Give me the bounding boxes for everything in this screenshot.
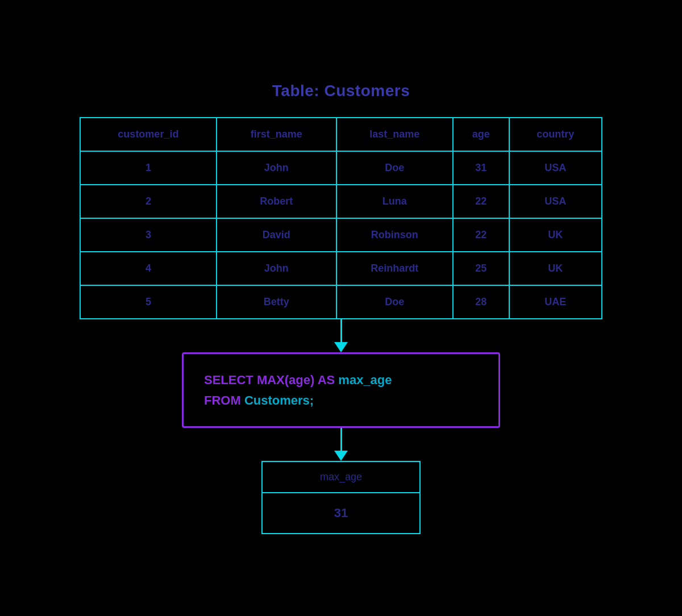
result-data-row: 31 <box>263 493 419 533</box>
table-row: 4JohnReinhardt25UK <box>81 252 601 285</box>
cell-age-5: 28 <box>453 285 509 318</box>
cell-customer_id-1: 1 <box>81 151 217 185</box>
col-header-age: age <box>453 118 509 151</box>
col-header-first-name: first_name <box>217 118 336 151</box>
arrow-head-2 <box>334 451 348 461</box>
arrow-head-1 <box>334 342 348 352</box>
arrow-line-2 <box>340 428 342 451</box>
cell-age-2: 22 <box>453 185 509 218</box>
cell-age-3: 22 <box>453 218 509 252</box>
cell-last_name-1: Doe <box>336 151 453 185</box>
cell-age-4: 25 <box>453 252 509 285</box>
col-header-country: country <box>509 118 601 151</box>
cell-first_name-4: John <box>217 252 336 285</box>
cell-country-2: USA <box>509 185 601 218</box>
cell-country-3: UK <box>509 218 601 252</box>
result-table-wrapper: max_age 31 <box>261 461 421 534</box>
sql-select-keyword: SELECT MAX(age) AS <box>204 373 335 387</box>
cell-first_name-2: Robert <box>217 185 336 218</box>
cell-customer_id-5: 5 <box>81 285 217 318</box>
col-header-customer-id: customer_id <box>81 118 217 151</box>
cell-last_name-3: Robinson <box>336 218 453 252</box>
col-header-last-name: last_name <box>336 118 453 151</box>
table-row: 2RobertLuna22USA <box>81 185 601 218</box>
table-header-row: customer_id first_name last_name age cou… <box>81 118 601 151</box>
result-col-header: max_age <box>263 462 419 493</box>
cell-first_name-3: David <box>217 218 336 252</box>
cell-customer_id-2: 2 <box>81 185 217 218</box>
page-container: Table: Customers customer_id first_name … <box>0 59 682 556</box>
sql-alias: max_age <box>338 373 392 387</box>
sql-box: SELECT MAX(age) AS max_age FROM Customer… <box>182 352 500 427</box>
customers-table-wrapper: customer_id first_name last_name age cou… <box>80 117 602 319</box>
result-header-row: max_age <box>263 462 419 493</box>
cell-first_name-1: John <box>217 151 336 185</box>
result-table: max_age 31 <box>263 462 419 533</box>
cell-customer_id-3: 3 <box>81 218 217 252</box>
cell-last_name-4: Reinhardt <box>336 252 453 285</box>
arrow-table-to-sql <box>334 319 348 352</box>
cell-last_name-2: Luna <box>336 185 453 218</box>
table-row: 3DavidRobinson22UK <box>81 218 601 252</box>
table-row: 5BettyDoe28UAE <box>81 285 601 318</box>
cell-country-4: UK <box>509 252 601 285</box>
sql-line-2: FROM Customers; <box>204 390 478 410</box>
result-value: 31 <box>263 493 419 533</box>
sql-from-keyword: FROM <box>204 393 241 407</box>
sql-table: Customers; <box>244 393 314 407</box>
arrow-sql-to-result <box>334 428 348 461</box>
table-row: 1JohnDoe31USA <box>81 151 601 185</box>
customers-table: customer_id first_name last_name age cou… <box>81 118 601 318</box>
cell-customer_id-4: 4 <box>81 252 217 285</box>
page-title: Table: Customers <box>272 82 410 100</box>
cell-country-5: UAE <box>509 285 601 318</box>
cell-age-1: 31 <box>453 151 509 185</box>
cell-last_name-5: Doe <box>336 285 453 318</box>
sql-line-1: SELECT MAX(age) AS max_age <box>204 370 478 390</box>
cell-first_name-5: Betty <box>217 285 336 318</box>
arrow-line-1 <box>340 319 342 342</box>
sql-box-wrapper: SELECT MAX(age) AS max_age FROM Customer… <box>182 352 500 427</box>
cell-country-1: USA <box>509 151 601 185</box>
